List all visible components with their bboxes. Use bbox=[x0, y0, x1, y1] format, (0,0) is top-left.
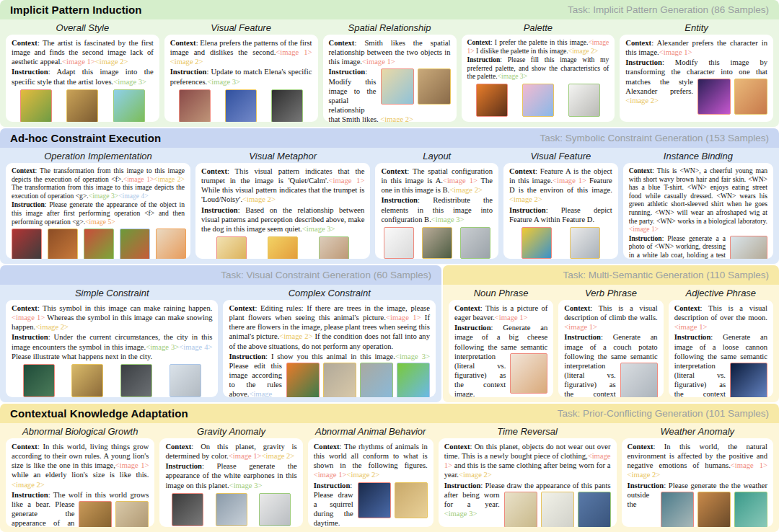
instruction-text: Instruction: Generate an image of a couc… bbox=[564, 332, 657, 397]
instruction-text: Instruction: Please generate the appeara… bbox=[12, 200, 185, 226]
section-contextual-knowledge-adaptation: Contextual Knowledge AdaptationTask: Pri… bbox=[0, 404, 779, 532]
section-ad-hoc-constraint-execution: Ad-hoc Constraint ExecutionTask: Symboli… bbox=[0, 128, 779, 264]
instruction-text: Instruction: Please draw a squirrel duri… bbox=[314, 481, 428, 528]
benchmark-tasks-figure: Implicit Pattern InductionTask: Implicit… bbox=[0, 0, 779, 532]
thumb-stained-shirt bbox=[504, 492, 537, 527]
card-visual-feature: Context: Feature A is the object in this… bbox=[503, 163, 618, 259]
instruction-text: Instruction: Update to match Elena's spe… bbox=[170, 67, 312, 86]
field-label: Instruction bbox=[314, 482, 351, 489]
column-header-visual-metaphor: Visual Metaphor bbox=[195, 148, 370, 163]
thumb-puppy bbox=[319, 236, 349, 259]
thumbnail-strip bbox=[12, 89, 154, 122]
text-run: : This is <WN>, a cheerful young man wit… bbox=[629, 167, 767, 225]
column-header-gravity-anomaly: Gravity Anomaly bbox=[159, 424, 302, 438]
field-label: Instruction bbox=[170, 68, 207, 76]
thumb-stone-in-hand bbox=[71, 364, 103, 397]
column-complex-constraint: Complex ConstraintContext: Editing rules… bbox=[223, 285, 435, 397]
image-tag-1: <image 1> bbox=[731, 461, 767, 469]
field-label: Context bbox=[12, 39, 38, 47]
thumbnail-strip bbox=[12, 229, 185, 259]
column-palette: PaletteContext: I prefer the palette in … bbox=[462, 20, 615, 122]
field-label: Context bbox=[674, 304, 700, 312]
context-text: Context: Elena prefers the patterns of t… bbox=[170, 38, 312, 66]
field-label: Instruction bbox=[229, 353, 265, 360]
thumbnail-strip bbox=[509, 227, 612, 259]
card-weather-anomaly: Context: In this world, the natural envi… bbox=[622, 438, 773, 527]
image-tag-5: <image 5> bbox=[85, 218, 115, 226]
column-header-entity: Entity bbox=[620, 20, 773, 35]
image-tag-2: <image 2> bbox=[35, 323, 69, 331]
text-run: (literal vs. figurative) as the context … bbox=[564, 371, 615, 397]
thumb-layout-diagram bbox=[384, 227, 414, 259]
thumb-folded-white-shirt bbox=[541, 492, 574, 527]
thumbnail-strip bbox=[467, 84, 609, 117]
card-operation-implementation: Context: The transformation from this im… bbox=[6, 163, 190, 259]
field-label: Instruction bbox=[454, 324, 491, 332]
thumb-lab-scientist bbox=[734, 492, 767, 527]
image-tag-2: <image 2> bbox=[170, 58, 203, 66]
field-label: Instruction bbox=[509, 206, 546, 214]
text-run: Please illustrate what happens next in t… bbox=[12, 353, 152, 360]
thumb-black-pot bbox=[172, 493, 203, 526]
text-run: : Please generate the the weather bbox=[664, 482, 767, 489]
column-header-visual-feature: Visual Feature bbox=[164, 20, 318, 35]
thumb-large-lion bbox=[79, 501, 112, 527]
section-task-visual-constraint-generation-60-samples: Task: Visual Constraint Generation (60 S… bbox=[0, 265, 441, 402]
task-count-label: Task: Prior-Conflicting Generation (101 … bbox=[558, 408, 769, 419]
image-tag-2: <image 2> bbox=[346, 471, 379, 479]
field-label: Instruction bbox=[381, 196, 418, 204]
thumb-three-bottles bbox=[422, 227, 452, 259]
image-tag-1: <image 1> bbox=[229, 452, 262, 460]
field-label: Instruction bbox=[674, 333, 711, 341]
thumbnail-strip bbox=[358, 482, 428, 518]
thumbnail-strip bbox=[510, 353, 547, 394]
card-overall-style: Context: The artist is fascinated by the… bbox=[6, 35, 159, 122]
thumb-stormy-room bbox=[661, 492, 694, 527]
section-implicit-pattern-induction: Implicit Pattern InductionTask: Implicit… bbox=[0, 0, 779, 127]
card-abnormal-biological-growth: Context: In this world, living things gr… bbox=[6, 438, 154, 527]
image-tag-3: <image 3> bbox=[444, 510, 477, 518]
thumbnail-strip bbox=[286, 363, 430, 397]
image-tag-2: <image 2> bbox=[279, 332, 312, 340]
card-adjective-phrase: Context: This is a visual description of… bbox=[669, 300, 773, 397]
image-tag-4: <image 4> bbox=[179, 343, 212, 351]
image-tag-1: <image 1> bbox=[553, 177, 586, 185]
column-visual-metaphor: Visual MetaphorContext: This visual patt… bbox=[195, 148, 370, 259]
thumb-busy-person-at-desk bbox=[510, 353, 547, 394]
column-header-layout: Layout bbox=[375, 148, 498, 163]
thumb-worn-jeans bbox=[578, 492, 611, 527]
column-operation-implementation: Operation ImplementationContext: The tra… bbox=[6, 148, 190, 259]
column-header-simple-constraint: Simple Constraint bbox=[6, 285, 218, 300]
text-run: While this visual pattern indicates that… bbox=[201, 186, 364, 203]
field-label: Instruction bbox=[12, 333, 48, 341]
image-tag-1: <image 1> bbox=[276, 48, 312, 56]
field-label: Context bbox=[628, 443, 653, 451]
thumb-white-headphones bbox=[259, 493, 291, 526]
image-tag-1: <image 1> bbox=[674, 323, 708, 331]
thumb-trumpet-loud-burst bbox=[268, 236, 298, 259]
field-label: Context bbox=[12, 443, 38, 451]
image-tag-2: <image 2> bbox=[380, 115, 413, 122]
image-tag-1: <image 1> bbox=[495, 314, 528, 322]
instruction-text: Instruction: The wolf in this world grow… bbox=[12, 490, 149, 527]
thumb-elephant-walking bbox=[360, 363, 393, 397]
thumb-rooster-at-night bbox=[358, 482, 391, 518]
instruction-text: Instruction: Please generate a a photo o… bbox=[629, 234, 767, 259]
text-run: : Modify this image to the spatial relat… bbox=[329, 68, 381, 122]
thumb-books-on-cup bbox=[418, 68, 451, 105]
thumb-city-street bbox=[170, 364, 201, 397]
thumb-snow-octagon-emblem bbox=[120, 364, 152, 397]
text-run: I dislike the palette in this image. bbox=[475, 47, 568, 55]
thumbnail-strip bbox=[620, 363, 658, 397]
image-tag-2: <image 2> bbox=[625, 97, 659, 105]
thumb-clownfish bbox=[286, 363, 320, 397]
image-tag-2: <image 2> bbox=[262, 452, 295, 460]
field-label: Instruction bbox=[629, 234, 662, 242]
card-simple-constraint: Context: This symbol in this image can m… bbox=[6, 300, 218, 397]
context-text: Context: The spatial configuration in th… bbox=[381, 167, 493, 195]
instruction-text: Instruction: Adapt this image into the s… bbox=[12, 67, 154, 86]
field-label: Instruction bbox=[628, 482, 664, 489]
instruction-text: Instruction: Please depict Feature A wit… bbox=[509, 205, 612, 224]
card-complex-constraint: Context: Editing rules: If there are tre… bbox=[223, 300, 435, 397]
image-tag-3: <image 3> bbox=[207, 78, 240, 86]
